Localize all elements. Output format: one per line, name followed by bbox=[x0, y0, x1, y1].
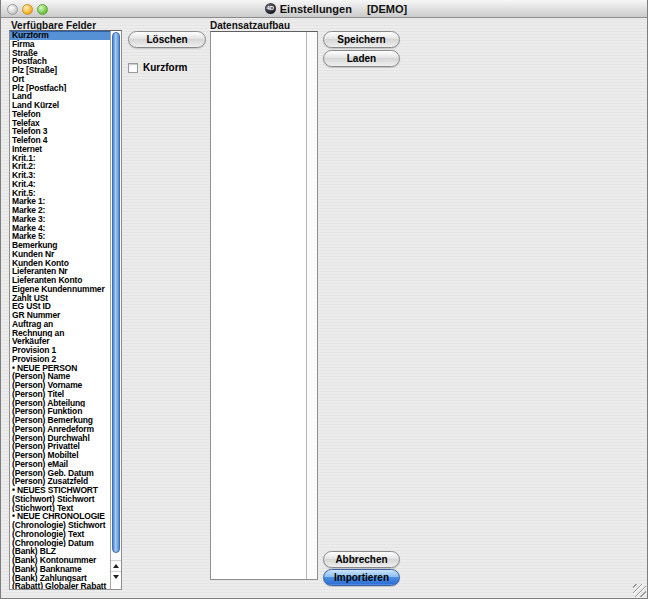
list-item[interactable]: Provision 1 bbox=[10, 346, 110, 355]
kurzform-checkbox-label: Kurzform bbox=[143, 62, 187, 73]
list-item[interactable]: Bemerkung bbox=[10, 241, 110, 250]
list-item[interactable]: Telefon bbox=[10, 110, 110, 119]
list-item[interactable]: (Person) Durchwahl bbox=[10, 434, 110, 443]
list-item[interactable]: Firma bbox=[10, 40, 110, 49]
list-item[interactable]: Eigene Kundennummer bbox=[10, 285, 110, 294]
window-title: Einstellungen bbox=[280, 3, 352, 15]
list-item[interactable]: (Bank) Kontonummer bbox=[10, 556, 110, 565]
list-item[interactable]: (Person) eMail bbox=[10, 460, 110, 469]
list-item[interactable]: (Person) Bemerkung bbox=[10, 416, 110, 425]
list-item[interactable]: Telefon 3 bbox=[10, 127, 110, 136]
list-item[interactable]: Plz [Straße] bbox=[10, 66, 110, 75]
list-item[interactable]: (Person) Vorname bbox=[10, 381, 110, 390]
window-title-suffix: [DEMO] bbox=[367, 3, 407, 15]
list-item[interactable]: Provision 2 bbox=[10, 355, 110, 364]
list-item[interactable]: Kunden Nr bbox=[10, 250, 110, 259]
window-controls bbox=[7, 4, 48, 15]
list-item[interactable]: (Stichwort) Text bbox=[10, 504, 110, 513]
list-item[interactable]: (Bank) Bankname bbox=[10, 565, 110, 574]
list-item[interactable]: Land bbox=[10, 92, 110, 101]
list-item[interactable]: Rechnung an bbox=[10, 329, 110, 338]
list-item[interactable]: Krit.5: bbox=[10, 189, 110, 198]
list-item[interactable]: Kurzform bbox=[10, 31, 110, 40]
list-item[interactable]: GR Nummer bbox=[10, 311, 110, 320]
list-item[interactable]: Straße bbox=[10, 49, 110, 58]
list-item[interactable]: (Rabatt) Globaler Rabatt bbox=[10, 582, 110, 589]
save-button[interactable]: Speichern bbox=[323, 31, 400, 48]
list-item[interactable]: Krit.1: bbox=[10, 154, 110, 163]
record-structure-rows bbox=[211, 32, 306, 579]
close-icon[interactable] bbox=[7, 4, 18, 15]
titlebar: 4D Einstellungen [DEMO] bbox=[1, 0, 647, 18]
list-item[interactable]: (Person) Abteilung bbox=[10, 399, 110, 408]
scroll-down-icon[interactable] bbox=[111, 571, 121, 582]
import-button[interactable]: Importieren bbox=[323, 569, 400, 586]
list-item[interactable]: Postfach bbox=[10, 57, 110, 66]
window-title-group: 4D Einstellungen [DEMO] bbox=[241, 3, 407, 15]
list-item[interactable]: Auftrag an bbox=[10, 320, 110, 329]
delete-button[interactable]: Löschen bbox=[128, 31, 206, 48]
kurzform-checkbox[interactable] bbox=[128, 63, 138, 73]
kurzform-checkbox-group: Kurzform bbox=[128, 62, 187, 73]
list-item[interactable]: Ort bbox=[10, 75, 110, 84]
list-item[interactable]: (Person) Titel bbox=[10, 390, 110, 399]
list-item[interactable]: (Person) Privattel bbox=[10, 442, 110, 451]
record-structure-label: Datensatzaufbau bbox=[210, 20, 290, 31]
available-fields-rows: KurzformFirmaStraßePostfachPlz [Straße]O… bbox=[10, 31, 110, 589]
list-item[interactable]: Internet bbox=[10, 145, 110, 154]
list-item[interactable]: Lieferanten Nr bbox=[10, 267, 110, 276]
list-item[interactable]: Krit.2: bbox=[10, 162, 110, 171]
cancel-button[interactable]: Abbrechen bbox=[323, 551, 400, 568]
minimize-icon[interactable] bbox=[22, 4, 33, 15]
list-item[interactable]: (Bank) BLZ bbox=[10, 547, 110, 556]
list-item[interactable]: (Person) Anredeform bbox=[10, 425, 110, 434]
app-4d-icon: 4D bbox=[265, 3, 276, 14]
zoom-icon[interactable] bbox=[37, 4, 48, 15]
list-item[interactable]: Lieferanten Konto bbox=[10, 276, 110, 285]
list-item[interactable]: (Chronologie) Datum bbox=[10, 539, 110, 548]
list-item[interactable]: (Person) Geb. Datum bbox=[10, 469, 110, 478]
list-item[interactable]: Marke 4: bbox=[10, 224, 110, 233]
list-item[interactable]: Kunden Konto bbox=[10, 259, 110, 268]
list-item[interactable]: Plz [Postfach] bbox=[10, 84, 110, 93]
record-scrollbar-track bbox=[306, 32, 317, 579]
list-item[interactable]: (Bank) Zahlungsart bbox=[10, 574, 110, 583]
fields-scrollbar[interactable] bbox=[110, 31, 121, 589]
list-item[interactable]: • NEUE CHRONOLOGIE bbox=[10, 512, 110, 521]
list-item[interactable]: (Person) Mobiltel bbox=[10, 451, 110, 460]
list-item[interactable]: Telefax bbox=[10, 119, 110, 128]
list-item[interactable]: Verkäufer bbox=[10, 337, 110, 346]
list-item[interactable]: Marke 2: bbox=[10, 206, 110, 215]
list-item[interactable]: (Chronologie) Stichwort bbox=[10, 521, 110, 530]
available-fields-list: KurzformFirmaStraßePostfachPlz [Straße]O… bbox=[9, 30, 122, 590]
scrollbar-arrows bbox=[111, 560, 121, 582]
list-item[interactable]: Krit.3: bbox=[10, 171, 110, 180]
resize-grip-icon[interactable] bbox=[633, 584, 646, 597]
scroll-up-icon[interactable] bbox=[111, 560, 121, 571]
list-item[interactable]: Marke 1: bbox=[10, 197, 110, 206]
record-structure-list bbox=[210, 31, 318, 580]
list-item[interactable]: Telefon 4 bbox=[10, 136, 110, 145]
list-item[interactable]: (Person) Funktion bbox=[10, 407, 110, 416]
list-item[interactable]: (Person) Zusatzfeld bbox=[10, 477, 110, 486]
list-item[interactable]: Marke 3: bbox=[10, 215, 110, 224]
scrollbar-thumb[interactable] bbox=[112, 32, 120, 553]
list-item[interactable]: Land Kürzel bbox=[10, 101, 110, 110]
load-button[interactable]: Laden bbox=[323, 50, 400, 67]
list-item[interactable]: Marke 5: bbox=[10, 232, 110, 241]
settings-window: 4D Einstellungen [DEMO] Verfügbare Felde… bbox=[0, 0, 648, 599]
list-item[interactable]: Zahlt USt bbox=[10, 294, 110, 303]
list-item[interactable]: (Person) Name bbox=[10, 372, 110, 381]
list-item[interactable]: • NEUES STICHWORT bbox=[10, 486, 110, 495]
list-item[interactable]: • NEUE PERSON bbox=[10, 364, 110, 373]
list-item[interactable]: (Stichwort) Stichwort bbox=[10, 495, 110, 504]
list-item[interactable]: EG USt ID bbox=[10, 302, 110, 311]
list-item[interactable]: Krit.4: bbox=[10, 180, 110, 189]
list-item[interactable]: (Chronologie) Text bbox=[10, 530, 110, 539]
